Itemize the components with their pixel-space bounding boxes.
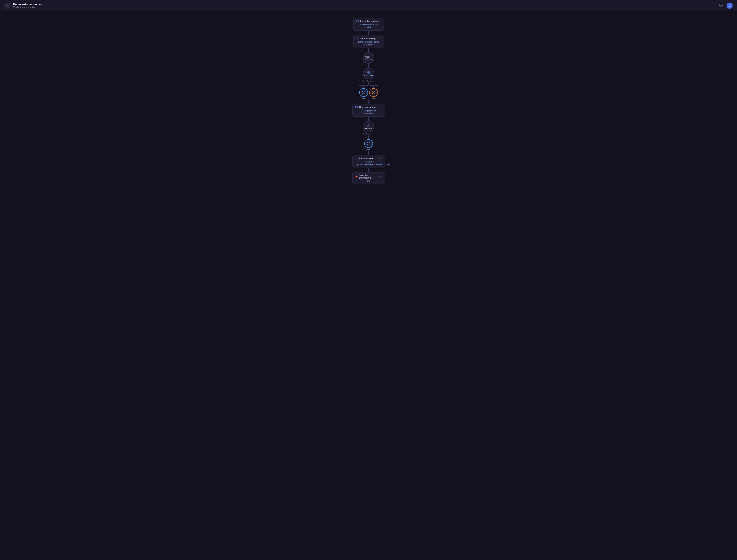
list-subscription-menu[interactable]: ··· bbox=[379, 20, 381, 23]
reply-email-container: Reply email Demo Company... bbox=[362, 68, 376, 82]
yes-branch-group: Yes bbox=[359, 88, 368, 99]
header-left: Demo automation test Marketing automatio… bbox=[4, 3, 43, 9]
subscribers-icon bbox=[367, 124, 370, 127]
stop-automation-menu[interactable]: ··· bbox=[380, 175, 382, 178]
call-webhook-node[interactable]: Call webhook ··· POST to https://someapi… bbox=[352, 155, 385, 168]
yes-branch-node[interactable] bbox=[359, 88, 368, 97]
list-subscription-sub: On subscription to v1.0 maillist bbox=[356, 24, 381, 29]
email-icon bbox=[356, 20, 359, 23]
list-subscription-node[interactable]: List subscription ··· On subscription to… bbox=[353, 18, 384, 31]
call-webhook-menu[interactable]: ··· bbox=[380, 157, 382, 160]
copy-subscriber-sub: to Campaign One Respondants bbox=[355, 110, 382, 115]
subscribers-sub: Greater than 15 bbox=[362, 133, 374, 135]
subscribers-container: Subscribers Greater than 15 bbox=[362, 121, 374, 135]
svg-point-15 bbox=[368, 124, 369, 126]
stop-automation-title: Stop this automation bbox=[359, 174, 380, 179]
stop-icon bbox=[355, 175, 358, 178]
branch-split: Yes No bbox=[359, 82, 378, 99]
v-line-yes bbox=[363, 86, 364, 88]
page-title: Demo automation test bbox=[13, 3, 43, 6]
connector-before-branch bbox=[368, 82, 369, 85]
stop-automation-node[interactable]: Stop this automation ··· end bbox=[352, 172, 385, 184]
send-campaign-node[interactable]: Send campaign ··· to the subscriber: Dem… bbox=[353, 35, 384, 48]
svg-rect-10 bbox=[368, 71, 370, 73]
automation-canvas: List subscription ··· On subscription to… bbox=[0, 11, 737, 560]
connector-4 bbox=[368, 99, 369, 104]
wait-title: Wait bbox=[365, 56, 369, 58]
connector-5 bbox=[368, 117, 369, 121]
stop-automation-sub: end bbox=[355, 180, 382, 182]
yes2-container: Yes bbox=[364, 139, 373, 151]
send-campaign-title: Send campaign bbox=[360, 37, 376, 40]
connector-6 bbox=[368, 135, 369, 139]
svg-rect-19 bbox=[356, 176, 357, 177]
branch-arms: Yes No bbox=[359, 85, 378, 99]
copy-subscriber-node[interactable]: Copy subscriber ··· to Campaign One Resp… bbox=[352, 104, 385, 117]
copy-subscriber-title: Copy subscriber bbox=[359, 106, 376, 108]
no-branch-group: No bbox=[369, 88, 378, 99]
reply-email-sub: Demo Company... bbox=[362, 80, 376, 82]
no-label: No bbox=[372, 97, 375, 99]
wait-container: Wait ··· 3 Day(s) bbox=[363, 52, 374, 64]
reply-email-title: Reply email bbox=[364, 74, 373, 76]
subscribers-node[interactable]: Subscribers bbox=[363, 121, 374, 132]
send-campaign-sub: to the subscriber: Demo Campaign One bbox=[356, 41, 381, 46]
svg-rect-9 bbox=[356, 20, 359, 22]
connector-1 bbox=[368, 31, 369, 35]
connector-3 bbox=[368, 64, 369, 68]
yes-label: Yes bbox=[362, 97, 365, 99]
connector-8 bbox=[368, 168, 369, 172]
call-webhook-sub: POST to https://someapisite/api/parthere… bbox=[355, 161, 382, 166]
subscribers-title: Subscribers bbox=[363, 128, 373, 129]
connector-2 bbox=[368, 48, 369, 52]
avatar[interactable]: U bbox=[727, 3, 733, 9]
send-icon bbox=[356, 37, 359, 40]
copy-icon bbox=[355, 106, 358, 109]
yes2-node[interactable] bbox=[364, 139, 373, 148]
reply-email-node[interactable]: Reply email bbox=[363, 68, 374, 79]
list-subscription-title: List subscription bbox=[360, 20, 378, 23]
svg-line-5 bbox=[720, 4, 720, 5]
reply-icon bbox=[367, 71, 370, 74]
header-titles: Demo automation test Marketing automatio… bbox=[13, 3, 43, 8]
copy-subscriber-menu[interactable]: ··· bbox=[380, 106, 382, 108]
header-right: U bbox=[718, 3, 733, 9]
wait-node[interactable]: Wait ··· 3 Day(s) bbox=[363, 52, 374, 64]
yes2-label: Yes bbox=[367, 148, 370, 151]
svg-line-7 bbox=[722, 4, 722, 5]
send-campaign-menu[interactable]: ··· bbox=[379, 37, 381, 40]
no-branch-node[interactable] bbox=[369, 88, 378, 97]
flow-diagram: List subscription ··· On subscription to… bbox=[352, 18, 385, 556]
yes-arm: Yes bbox=[359, 85, 368, 99]
v-line-no bbox=[373, 86, 374, 88]
wait-duration: 3 Day(s) bbox=[365, 58, 372, 60]
call-webhook-title: Call webhook bbox=[359, 157, 373, 160]
webhook-icon bbox=[355, 157, 358, 160]
connector-7 bbox=[368, 151, 369, 155]
no-arm: No bbox=[369, 85, 378, 99]
svg-point-0 bbox=[720, 5, 722, 6]
header: Demo automation test Marketing automatio… bbox=[0, 0, 737, 11]
wait-menu[interactable]: ··· bbox=[370, 56, 372, 58]
back-button[interactable] bbox=[4, 3, 10, 9]
page-subtitle: Marketing automation bbox=[13, 6, 43, 8]
theme-toggle-icon[interactable] bbox=[718, 3, 724, 9]
